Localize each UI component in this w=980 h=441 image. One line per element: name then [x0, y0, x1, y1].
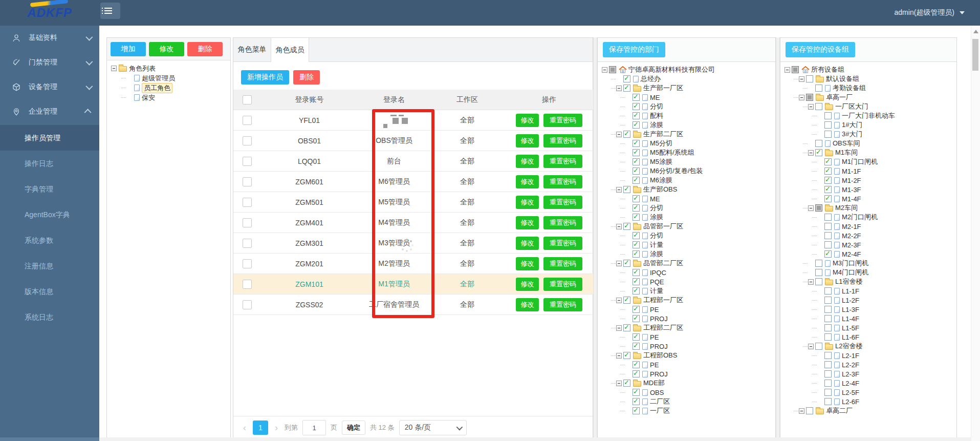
tree-expander-icon[interactable]: [616, 298, 622, 303]
tree-checkbox-checked[interactable]: [623, 260, 630, 267]
scrollbar-thumb[interactable]: [972, 39, 978, 71]
tree-node-M1门口闸机[interactable]: M1门口闸机: [782, 157, 954, 166]
tree-checkbox-partial[interactable]: [609, 66, 616, 73]
tree-checkbox-unchecked[interactable]: [824, 223, 832, 230]
tree-expander-icon[interactable]: [808, 104, 814, 110]
tree-expander-icon[interactable]: [616, 187, 622, 193]
row-checkbox[interactable]: [243, 116, 252, 125]
tree-checkbox-checked[interactable]: [623, 223, 630, 230]
tree-checkbox-checked[interactable]: [623, 324, 630, 331]
tree-checkbox-checked[interactable]: [633, 315, 640, 322]
page-size-select[interactable]: 20 条/页: [399, 420, 467, 435]
tree-node-M3门口闸机[interactable]: M3门口闸机: [782, 259, 954, 268]
tree-checkbox-checked[interactable]: [633, 167, 640, 175]
tree-node-M2-3F[interactable]: M2-3F: [782, 240, 954, 249]
tree-checkbox-unchecked[interactable]: [824, 324, 832, 331]
tree-checkbox-unchecked[interactable]: [824, 121, 832, 129]
tree-node-OBS车间[interactable]: OBS车间: [782, 139, 954, 148]
tree-node-超级管理员[interactable]: 超级管理员: [109, 73, 228, 83]
tree-node-二厂区[interactable]: 二厂区: [600, 397, 773, 406]
tree-checkbox-checked[interactable]: [633, 250, 640, 258]
role-delete-button[interactable]: 删除: [187, 42, 223, 56]
tree-expander-icon[interactable]: [616, 325, 622, 331]
tree-checkbox-checked[interactable]: [633, 94, 640, 101]
tree-checkbox-checked[interactable]: [623, 352, 630, 359]
tree-checkbox-checked[interactable]: [623, 297, 630, 304]
tree-expander-icon[interactable]: [808, 205, 814, 211]
tree-node-PE[interactable]: PE: [600, 305, 773, 314]
tree-checkbox-checked[interactable]: [633, 370, 640, 377]
row-checkbox[interactable]: [243, 259, 252, 268]
tree-node-一厂区大门[interactable]: 一厂区大门: [782, 102, 954, 111]
tree-checkbox-unchecked[interactable]: [824, 287, 832, 295]
tree-node-工程部二厂区[interactable]: 工程部二厂区: [600, 323, 773, 332]
tree-checkbox-checked[interactable]: [633, 389, 640, 396]
tree-checkbox-unchecked[interactable]: [815, 260, 822, 267]
tree-checkbox-checked[interactable]: [633, 306, 640, 313]
tree-node-M2-2F[interactable]: M2-2F: [782, 231, 954, 240]
tree-node-PROJ[interactable]: PROJ: [600, 342, 773, 351]
tree-expander-icon[interactable]: [808, 279, 814, 285]
tree-node-工程部OBS[interactable]: 工程部OBS: [600, 351, 773, 360]
row-checkbox[interactable]: [243, 280, 252, 289]
tree-checkbox-unchecked[interactable]: [815, 278, 822, 285]
tree-checkbox-unchecked[interactable]: [815, 140, 822, 147]
tree-node-L2宿舍楼[interactable]: L2宿舍楼: [782, 342, 954, 351]
tree-node-ME[interactable]: ME: [600, 194, 773, 203]
horizontal-scrollbar[interactable]: [99, 437, 971, 441]
tree-node-L2-6F[interactable]: L2-6F: [782, 397, 954, 406]
sidebar-subitem-字典管理[interactable]: 字典管理: [0, 176, 99, 202]
role-add-button[interactable]: 增加: [111, 42, 146, 56]
tree-checkbox-partial[interactable]: [792, 66, 799, 73]
select-all-checkbox[interactable]: [243, 95, 252, 104]
tree-node-M1-1F[interactable]: M1-1F: [782, 166, 954, 176]
tree-checkbox-checked[interactable]: [633, 140, 640, 147]
tree-checkbox-unchecked[interactable]: [824, 232, 832, 239]
tree-node-涂膜[interactable]: 涂膜: [600, 120, 773, 130]
tree-expander-icon[interactable]: [602, 67, 607, 73]
tree-node-M1车间[interactable]: M1车间: [782, 148, 954, 157]
tree-checkbox-checked[interactable]: [824, 195, 832, 202]
tree-expander-icon[interactable]: [616, 353, 622, 359]
tree-checkbox-checked[interactable]: [633, 241, 640, 248]
tree-checkbox-checked[interactable]: [824, 250, 832, 258]
tree-checkbox-checked[interactable]: [633, 195, 640, 202]
tree-checkbox-checked[interactable]: [633, 177, 640, 184]
tree-checkbox-unchecked[interactable]: [824, 361, 832, 368]
reset-password-button[interactable]: 重置密码: [543, 155, 582, 168]
tree-checkbox-checked[interactable]: [623, 75, 630, 82]
tree-node-L2-2F[interactable]: L2-2F: [782, 360, 954, 369]
tree-node-L2-4F[interactable]: L2-4F: [782, 379, 954, 388]
tree-node-PE[interactable]: PE: [600, 360, 773, 369]
tree-checkbox-unchecked[interactable]: [824, 241, 832, 248]
tree-checkbox-checked[interactable]: [633, 149, 640, 156]
next-page-button[interactable]: ›: [273, 423, 280, 433]
tree-checkbox-unchecked[interactable]: [806, 75, 813, 82]
save-devices-button[interactable]: 保存管控的设备组: [786, 42, 855, 57]
tree-checkbox-checked[interactable]: [623, 380, 630, 387]
reset-password-button[interactable]: 重置密码: [543, 278, 582, 291]
tree-node-配料[interactable]: 配料: [600, 111, 773, 120]
tree-checkbox-checked[interactable]: [824, 167, 832, 175]
tree-node-员工角色[interactable]: 员工角色: [109, 83, 228, 93]
tree-checkbox-checked[interactable]: [623, 85, 630, 92]
tree-node-L2-5F[interactable]: L2-5F: [782, 388, 954, 397]
tree-checkbox-unchecked[interactable]: [824, 352, 832, 359]
tree-node-L1-5F[interactable]: L1-5F: [782, 323, 954, 332]
tree-checkbox-unchecked[interactable]: [815, 343, 822, 350]
tree-node-生产部OBS[interactable]: 生产部OBS: [600, 185, 773, 194]
tree-node-角色列表[interactable]: 角色列表: [109, 64, 228, 73]
tree-checkbox-checked[interactable]: [633, 158, 640, 165]
modify-button[interactable]: 修改: [516, 257, 539, 270]
tree-node-PROJ[interactable]: PROJ: [600, 314, 773, 323]
tree-node-卓高二厂[interactable]: 卓高二厂: [782, 406, 954, 415]
tree-checkbox-checked[interactable]: [633, 112, 640, 119]
tree-node-品管部二厂区[interactable]: 品管部二厂区: [600, 259, 773, 268]
tree-checkbox-checked[interactable]: [824, 158, 832, 165]
tree-node-L1-3F[interactable]: L1-3F: [782, 305, 954, 314]
sidebar-subitem-AgentBox字典[interactable]: AgentBox字典: [0, 202, 99, 227]
tree-node-生产部一厂区[interactable]: 生产部一厂区: [600, 83, 773, 93]
save-departments-button[interactable]: 保存管控的部门: [603, 42, 665, 57]
row-checkbox[interactable]: [243, 136, 252, 145]
tree-checkbox-checked[interactable]: [633, 287, 640, 295]
